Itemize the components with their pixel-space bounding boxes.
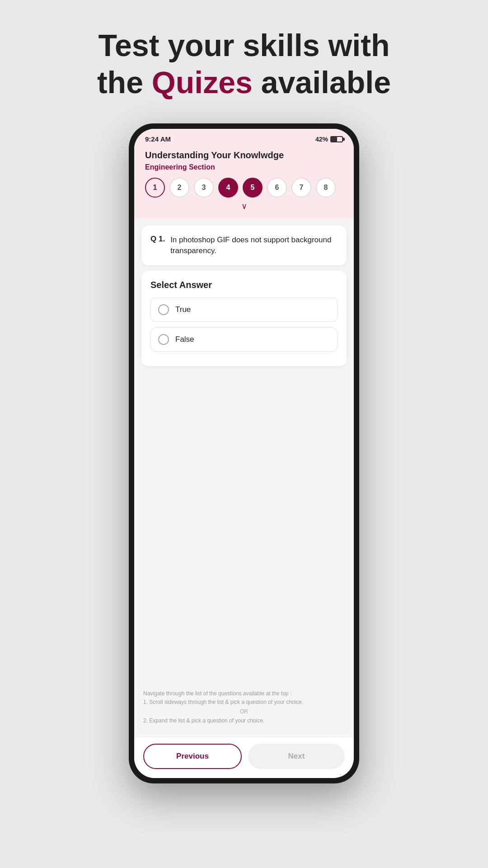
heading-line2-prefix: the <box>97 65 152 99</box>
battery-icon <box>330 136 343 142</box>
status-bar: 9:24 AM 42% <box>134 129 354 146</box>
q-num-2[interactable]: 2 <box>169 178 189 198</box>
phone-frame: 9:24 AM 42% Understanding Your Knowlwdge… <box>129 123 359 783</box>
question-label: Q 1. <box>150 235 165 244</box>
nav-hint-or: OR <box>143 708 345 715</box>
answer-option-false[interactable]: False <box>150 327 338 352</box>
q-num-4[interactable]: 4 <box>218 178 238 198</box>
previous-button[interactable]: Previous <box>143 744 242 769</box>
quiz-section: Engineering Section <box>145 163 343 171</box>
quiz-title: Understanding Your Knowlwdge <box>145 150 343 160</box>
battery-fill <box>331 137 337 142</box>
q-num-8[interactable]: 8 <box>316 178 336 198</box>
radio-false[interactable] <box>158 334 169 345</box>
answer-section-title: Select Answer <box>150 280 338 290</box>
answer-card: Select Answer True False <box>141 271 347 366</box>
phone-screen: 9:24 AM 42% Understanding Your Knowlwdge… <box>134 129 354 778</box>
q-num-3[interactable]: 3 <box>194 178 214 198</box>
q-num-5[interactable]: 5 <box>243 178 263 198</box>
status-time: 9:24 AM <box>145 135 171 143</box>
navigation-hint: Navigate through the list of the questio… <box>141 685 347 730</box>
page-heading: Test your skills with the Quizes availab… <box>97 27 391 101</box>
quiz-header: Understanding Your Knowlwdge Engineering… <box>134 146 354 218</box>
radio-true[interactable] <box>158 304 169 315</box>
question-text: In photoshop GIF does not support backgr… <box>170 235 338 256</box>
answer-option-true[interactable]: True <box>150 297 338 322</box>
battery-indicator: 42% <box>315 136 343 143</box>
q-num-7[interactable]: 7 <box>291 178 311 198</box>
bottom-navigation: Previous Next <box>134 737 354 778</box>
q-num-1[interactable]: 1 <box>145 178 165 198</box>
question-card: Q 1. In photoshop GIF does not support b… <box>141 226 347 265</box>
chevron-down-icon: ∨ <box>241 202 247 211</box>
nav-hint-step2: 2. Expand the list & pick a question of … <box>143 717 345 725</box>
nav-hint-step1: 1. Scroll sideways through the list & pi… <box>143 698 345 707</box>
option-true-label: True <box>175 305 191 314</box>
heading-highlight: Quizes <box>152 65 253 99</box>
q-num-6[interactable]: 6 <box>267 178 287 198</box>
option-false-label: False <box>175 335 194 344</box>
heading-line2-suffix: available <box>253 65 391 99</box>
battery-percent: 42% <box>315 136 328 143</box>
next-button[interactable]: Next <box>248 744 345 769</box>
content-area: Q 1. In photoshop GIF does not support b… <box>134 218 354 737</box>
heading-line1: Test your skills with <box>99 28 390 62</box>
nav-hint-intro: Navigate through the list of the questio… <box>143 689 345 698</box>
question-number-list: 1 2 3 4 5 6 7 8 <box>145 178 343 198</box>
expand-list-button[interactable]: ∨ <box>145 201 343 211</box>
